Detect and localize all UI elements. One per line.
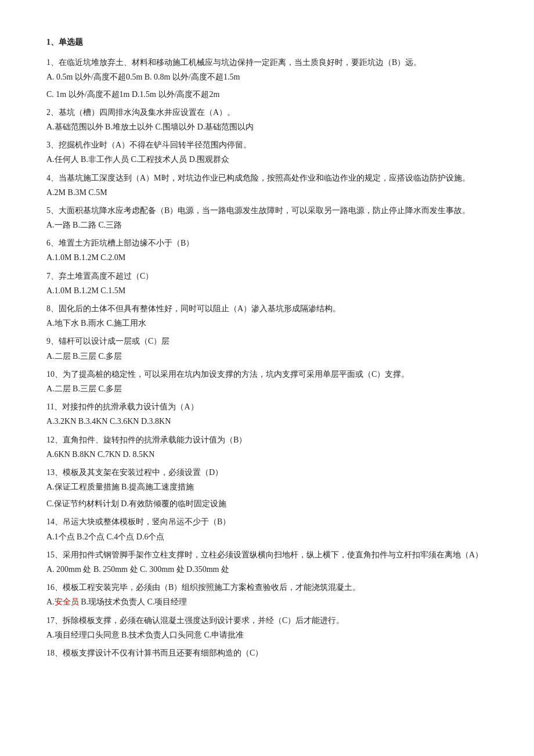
question-text-15: 15、采用扣件式钢管脚手架作立柱支撑时，立柱必须设置纵横向扫地杆，纵上横下，使直… [46,548,488,562]
option-line-5-1: A.一路 B.二路 C.三路 [46,218,488,232]
question-block-1: 1、在临近坑堆放弃土、材料和移动施工机械应与坑边保持一定距离，当土质良好时，要距… [46,55,488,102]
question-block-12: 12、直角扣件、旋转扣件的抗滑承载能力设计值为（B）A.6KN B.8KN C.… [46,433,488,462]
option-line-11-1: A.3.2KN B.3.4KN C.3.6KN D.3.8KN [46,414,488,429]
question-text-8: 8、固化后的土体不但具有整体性好，同时可以阻止（A）渗入基坑形成隔渗结构。 [46,301,488,316]
question-block-14: 14、吊运大块或整体模板时，竖向吊运不少于（B）A.1个点 B.2个点 C.4个… [46,514,488,543]
question-block-2: 2、基坑（槽）四周排水沟及集水井应设置在（A）。A.基础范围以外 B.堆放土以外… [46,105,488,134]
option-line-13-1: A.保证工程质量措施 B.提高施工速度措施 [46,480,488,494]
option-line-2-1: A.基础范围以外 B.堆放土以外 C.围墙以外 D.基础范围以内 [46,120,488,134]
question-text-5: 5、大面积基坑降水应考虑配备（B）电源，当一路电源发生故障时，可以采取另一路电源… [46,203,488,218]
question-text-2: 2、基坑（槽）四周排水沟及集水井应设置在（A）。 [46,105,488,120]
question-text-17: 17、拆除模板支撑，必须在确认混凝土强度达到设计要求，并经（C）后才能进行。 [46,613,488,628]
option-line-1-2: C. 1m 以外/高度不超1m D.1.5m 以外/高度不超2m [46,87,488,102]
question-text-11: 11、对接扣件的抗滑承载力设计值为（A） [46,399,488,414]
question-block-4: 4、当基坑施工深度达到（A）M时，对坑边作业已构成危险，按照高处作业和临边作业的… [46,171,488,200]
question-block-18: 18、模板支撑设计不仅有计算书而且还要有细部构造的（C） [46,646,488,660]
option-line-10-1: A.二层 B.三层 C.多层 [46,381,488,396]
option-line-8-1: A.地下水 B.雨水 C.施工用水 [46,316,488,330]
option-line-9-1: A.二层 B.三层 C.多层 [46,349,488,363]
question-text-12: 12、直角扣件、旋转扣件的抗滑承载能力设计值为（B） [46,433,488,447]
question-block-7: 7、弃土堆置高度不超过（C）A.1.0M B.1.2M C.1.5M [46,269,488,298]
option-line-15-1: A. 200mm 处 B. 250mm 处 C. 300mm 处 D.350mm… [46,562,488,577]
option-line-6-1: A.1.0M B.1.2M C.2.0M [46,250,488,265]
question-text-18: 18、模板支撑设计不仅有计算书而且还要有细部构造的（C） [46,646,488,660]
question-block-17: 17、拆除模板支撑，必须在确认混凝土强度达到设计要求，并经（C）后才能进行。A.… [46,613,488,642]
question-block-9: 9、锚杆可以设计成一层或（C）层A.二层 B.三层 C.多层 [46,334,488,363]
option-line-17-1: A.项目经理口头同意 B.技术负责人口头同意 C.申请批准 [46,628,488,642]
question-text-6: 6、堆置土方距坑槽上部边缘不小于（B） [46,236,488,250]
question-text-4: 4、当基坑施工深度达到（A）M时，对坑边作业已构成危险，按照高处作业和临边作业的… [46,171,488,185]
question-text-16: 16、模板工程安装完毕，必须由（B）组织按照施工方案检查验收后，才能浇筑混凝土。 [46,580,488,595]
question-block-16: 16、模板工程安装完毕，必须由（B）组织按照施工方案检查验收后，才能浇筑混凝土。… [46,580,488,609]
question-block-5: 5、大面积基坑降水应考虑配备（B）电源，当一路电源发生故障时，可以采取另一路电源… [46,203,488,232]
section-title: 1、单选题 [46,35,488,49]
option-line-3-1: A.任何人 B.非工作人员 C.工程技术人员 D.围观群众 [46,152,488,167]
question-block-3: 3、挖掘机作业时（A）不得在铲斗回转半径范围内停留。A.任何人 B.非工作人员 … [46,138,488,167]
question-block-15: 15、采用扣件式钢管脚手架作立柱支撑时，立柱必须设置纵横向扫地杆，纵上横下，使直… [46,548,488,577]
question-text-3: 3、挖掘机作业时（A）不得在铲斗回转半径范围内停留。 [46,138,488,152]
option-line-12-1: A.6KN B.8KN C.7KN D. 8.5KN [46,447,488,462]
option-line-7-1: A.1.0M B.1.2M C.1.5M [46,283,488,298]
option-line-14-1: A.1个点 B.2个点 C.4个点 D.6个点 [46,530,488,544]
option-line-1-1: A. 0.5m 以外/高度不超0.5m B. 0.8m 以外/高度不超1.5m [46,70,488,84]
highlight-text-16: 安全员 [55,597,79,606]
option-special-line-16-1: A.安全员 B.现场技术负责人 C.项目经理 [46,595,488,609]
question-block-8: 8、固化后的土体不但具有整体性好，同时可以阻止（A）渗入基坑形成隔渗结构。A.地… [46,301,488,330]
question-block-11: 11、对接扣件的抗滑承载力设计值为（A）A.3.2KN B.3.4KN C.3.… [46,399,488,429]
option-line-4-1: A.2M B.3M C.5M [46,185,488,200]
question-text-13: 13、模板及其支架在安装过程中，必须设置（D） [46,465,488,480]
question-text-7: 7、弃土堆置高度不超过（C） [46,269,488,283]
question-text-10: 10、为了提高桩的稳定性，可以采用在坑内加设支撑的方法，坑内支撑可采用单层平面或… [46,367,488,381]
question-text-1: 1、在临近坑堆放弃土、材料和移动施工机械应与坑边保持一定距离，当土质良好时，要距… [46,55,488,70]
question-block-10: 10、为了提高桩的稳定性，可以采用在坑内加设支撑的方法，坑内支撑可采用单层平面或… [46,367,488,396]
question-text-14: 14、吊运大块或整体模板时，竖向吊运不少于（B） [46,514,488,529]
question-text-9: 9、锚杆可以设计成一层或（C）层 [46,334,488,348]
question-block-6: 6、堆置土方距坑槽上部边缘不小于（B）A.1.0M B.1.2M C.2.0M [46,236,488,265]
option-line-13-2: C.保证节约材料计划 D.有效防倾覆的临时固定设施 [46,496,488,511]
question-block-13: 13、模板及其支架在安装过程中，必须设置（D）A.保证工程质量措施 B.提高施工… [46,465,488,512]
